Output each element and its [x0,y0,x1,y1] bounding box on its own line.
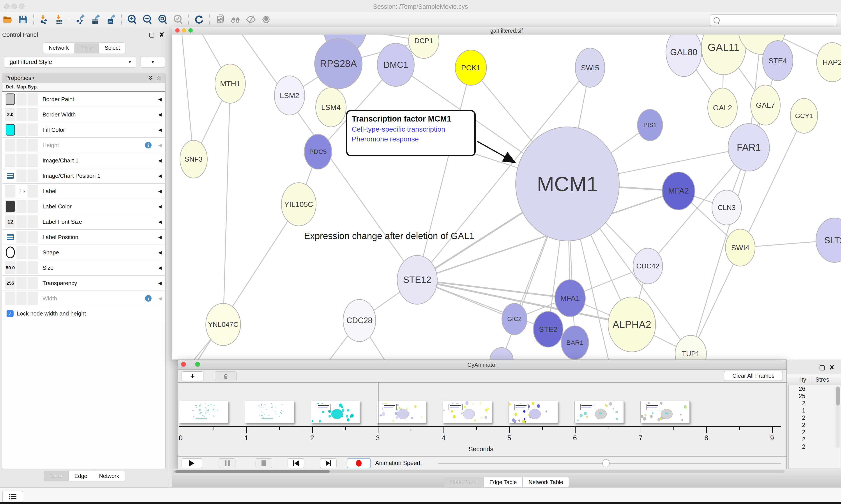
expand-row-icon[interactable]: ◀ [158,250,162,255]
network-node-gic2[interactable]: GIC2 [502,303,527,335]
import-table-icon[interactable] [53,13,66,25]
float-panel-icon[interactable]: ▢ [149,31,155,38]
network-caption[interactable]: Expression change after deletion of GAL1 [304,231,475,241]
network-node-cdc28[interactable]: CDC28 [343,299,376,342]
column-header[interactable]: Stres [811,376,841,383]
expand-row-icon[interactable]: ◀ [158,173,162,178]
refresh-icon[interactable] [193,13,205,25]
style-selector[interactable]: galFiltered Style ▾ [4,56,136,68]
table-row[interactable]: 2 [787,429,805,436]
discrete-mapping-icon[interactable]: ⋮› [17,188,26,195]
tab-network-style[interactable]: Network [93,471,125,482]
property-row[interactable]: Label Position◀ [2,230,165,245]
property-row[interactable]: Image/Chart 1◀ [2,153,165,168]
expand-row-icon[interactable]: ◀ [158,143,162,148]
expand-row-icon[interactable]: ◀ [158,188,162,194]
network-node-bar1[interactable]: BAR1 [561,326,589,360]
network-node-lsm2[interactable]: LSM2 [274,75,305,115]
hide-selected-icon[interactable] [245,13,257,25]
annotation-link[interactable]: Cell-type-specific transcription [352,125,470,133]
network-node-mcm1[interactable]: MCM1 [515,127,620,241]
zoom-out-icon[interactable] [141,13,154,25]
property-row[interactable]: ⋮›Label◀ [2,184,165,199]
property-row[interactable]: Heighti◀ [2,138,165,153]
tab-select[interactable]: Select [99,42,126,53]
cyanimator-titlebar[interactable]: CyAnimator [178,360,786,370]
position-icon[interactable] [7,173,14,179]
stop-button[interactable] [255,458,272,468]
style-options-button[interactable]: ▼ [141,56,165,68]
pause-button[interactable] [219,458,235,468]
expand-row-icon[interactable]: ◀ [158,158,162,163]
search-input[interactable] [710,15,837,26]
network-node-alpha2[interactable]: ALPHA2 [608,297,656,352]
zoom-selected-icon[interactable] [172,13,184,25]
network-node-gcy1[interactable]: GCY1 [790,98,818,133]
default-value[interactable]: 50.0 [6,265,15,270]
add-frame-button[interactable]: + [182,371,203,381]
property-row[interactable]: 50.0Size◀ [2,260,165,276]
expand-row-icon[interactable]: ◀ [158,219,162,224]
timeline-playhead[interactable] [378,382,378,428]
table-row[interactable]: 2 [787,443,805,450]
color-swatch[interactable] [6,201,15,212]
network-node-cdc42[interactable]: CDC42 [633,248,663,284]
expand-row-icon[interactable]: ◀ [158,96,162,102]
frame-thumbnail-2s[interactable] [311,401,360,423]
network-node-dmc1[interactable]: DMC1 [377,43,415,87]
show-all-icon[interactable] [260,13,272,25]
tab-network[interactable]: Network [43,42,75,53]
property-row[interactable]: Shape◀ [2,245,165,260]
network-node-swi5[interactable]: SWI5 [575,48,605,88]
table-row[interactable]: 1 [787,407,805,414]
panel-window-icons[interactable]: ▢✘ [819,363,839,371]
property-row[interactable]: 12Label Font Size◀ [2,214,165,230]
network-node-ste4[interactable]: STE4 [762,40,793,81]
scrollbar-thumb[interactable] [836,386,840,406]
tab-node-table[interactable]: Node Table [444,477,484,488]
column-header[interactable]: ity [787,376,806,383]
zoom-in-icon[interactable] [126,13,139,25]
frame-thumbnail-0s[interactable] [179,401,228,423]
default-value[interactable]: 255 [6,281,14,286]
table-row[interactable]: 2 [787,414,805,421]
expand-row-icon[interactable]: ◀ [158,281,162,286]
table-row[interactable]: 2 [787,421,805,429]
export-image-icon[interactable] [105,13,118,25]
lock-size-checkbox[interactable]: ✓ [6,310,14,317]
tab-network-table[interactable]: Network Table [522,477,569,488]
ellipse-shape-icon[interactable] [6,247,15,258]
table-row[interactable]: 2 [787,436,805,443]
annotation-link[interactable]: Pheromone response [352,135,470,143]
info-icon[interactable]: i [145,295,151,302]
expand-row-icon[interactable]: ◀ [158,265,162,270]
default-value[interactable]: 12 [7,219,13,225]
network-node-ste12[interactable]: STE12 [397,255,437,305]
copy-network-icon[interactable] [214,13,227,25]
table-row[interactable]: 2 [787,400,805,407]
expand-all-icon[interactable] [147,75,154,81]
network-node-ste2[interactable]: STE2 [533,311,563,347]
play-button[interactable] [182,458,202,468]
export-table-icon[interactable] [89,13,102,25]
network-node-pck1[interactable]: PCK1 [455,50,487,86]
network-node-rps28a[interactable]: RPS28A [314,38,362,89]
network-node-gal7[interactable]: GAL7 [750,85,781,125]
property-row[interactable]: Image/Chart Position 1◀ [2,168,165,184]
scrollbar-thumb[interactable] [175,470,329,473]
vertical-scrollbar[interactable] [836,386,840,448]
record-button[interactable] [347,458,371,468]
network-node-pdc5[interactable]: PDC5 [304,134,332,169]
position-icon[interactable] [7,234,14,240]
info-icon[interactable]: i [145,142,151,148]
properties-header[interactable]: Properties ▾ [2,73,165,83]
frame-thumbnail-1s[interactable] [245,401,294,423]
skip-forward-button[interactable] [320,458,337,468]
annotation-box[interactable]: Transcription factor MCM1 Cell-type-spec… [346,110,476,156]
show-panels-button[interactable] [2,491,23,502]
network-node-snf3[interactable]: SNF3 [180,140,208,178]
frame-thumbnail-7s[interactable] [640,401,690,423]
property-row[interactable]: Border Paint◀ [2,92,165,107]
clear-all-frames-button[interactable]: Clear All Frames [724,371,783,381]
color-swatch[interactable] [6,124,15,136]
